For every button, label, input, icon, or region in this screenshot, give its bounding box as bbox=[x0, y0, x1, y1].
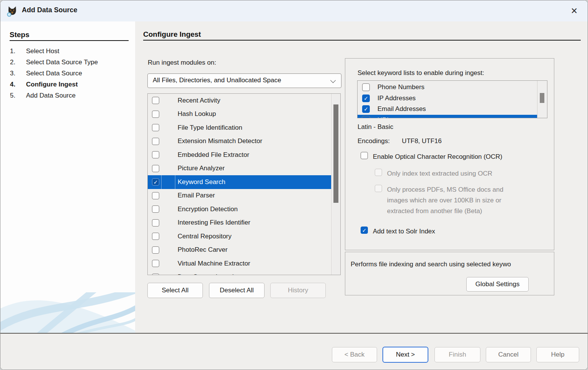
keyword-list-row[interactable]: ✓ Email Addresses bbox=[358, 104, 537, 115]
keyword-checkbox[interactable]: ✓ bbox=[362, 116, 370, 118]
footer-bar: < Back Next > Finish Cancel Help bbox=[0, 334, 588, 370]
module-row[interactable]: Email Parser bbox=[148, 189, 332, 203]
back-button[interactable]: < Back bbox=[332, 347, 377, 362]
keyword-checkbox[interactable]: ✓ bbox=[362, 95, 370, 102]
module-row[interactable]: Recent Activity bbox=[148, 94, 332, 108]
module-label: Extension Mismatch Detector bbox=[178, 137, 262, 145]
configure-ingest-pane: Configure Ingest Run ingest modules on: … bbox=[135, 21, 588, 334]
module-checkbox[interactable] bbox=[152, 246, 159, 254]
module-label: Data Source Integrity bbox=[178, 273, 239, 275]
module-row[interactable]: Encryption Detection bbox=[148, 202, 332, 216]
scrollbar-thumb[interactable] bbox=[333, 104, 338, 203]
module-row[interactable]: Virtual Machine Extractor bbox=[148, 257, 332, 271]
autopsy-app-icon bbox=[7, 5, 18, 17]
ocr-only-process-checkbox bbox=[375, 185, 382, 192]
module-row[interactable]: Picture Analyzer bbox=[148, 162, 332, 176]
keyword-list-scrollbar[interactable] bbox=[537, 81, 547, 118]
module-checkbox[interactable] bbox=[152, 219, 159, 227]
keyword-lists-label: Select keyword lists to enable during in… bbox=[358, 69, 484, 77]
dropdown-value: All Files, Directories, and Unallocated … bbox=[153, 77, 281, 84]
step-number: 4. bbox=[10, 81, 15, 88]
encodings-value: UTF8, UTF16 bbox=[402, 137, 442, 145]
help-button[interactable]: Help bbox=[536, 347, 579, 362]
step-number: 3. bbox=[10, 70, 15, 77]
enable-ocr-checkbox[interactable] bbox=[361, 152, 368, 159]
solr-index-row[interactable]: ✓ Add text to Solr Index bbox=[361, 226, 435, 237]
module-checkbox[interactable] bbox=[152, 233, 159, 240]
encodings-label: Encodings: bbox=[358, 137, 390, 145]
ocr-only-index-label: Only index text extracted using OCR bbox=[387, 168, 492, 179]
module-checkbox[interactable] bbox=[152, 97, 159, 104]
module-checkbox[interactable] bbox=[152, 274, 159, 275]
cell-divider bbox=[161, 175, 162, 189]
module-checkbox[interactable] bbox=[152, 151, 159, 158]
module-row[interactable]: Data Source Integrity bbox=[148, 271, 332, 275]
ocr-only-index-row: Only index text extracted using OCR bbox=[375, 168, 492, 179]
close-icon[interactable]: ✕ bbox=[568, 5, 581, 17]
keyword-list-row[interactable]: Phone Numbers bbox=[358, 82, 537, 93]
keyword-label: IP Addresses bbox=[377, 95, 416, 102]
enable-ocr-label: Enable Optical Character Recognition (OC… bbox=[373, 152, 502, 162]
global-settings-button[interactable]: Global Settings bbox=[466, 277, 529, 292]
wizard-step[interactable]: 2. Select Data Source Type bbox=[0, 59, 135, 70]
step-number: 1. bbox=[10, 47, 15, 55]
title-bar: Add Data Source ✕ bbox=[0, 0, 588, 21]
module-label: Hash Lookup bbox=[178, 110, 216, 118]
module-checkbox[interactable] bbox=[152, 192, 159, 199]
module-row[interactable]: Interesting Files Identifier bbox=[148, 216, 332, 230]
ocr-only-process-label: Only process PDFs, MS Office docs and im… bbox=[387, 184, 513, 217]
keyword-label: Phone Numbers bbox=[377, 83, 425, 91]
module-row[interactable]: Hash Lookup bbox=[148, 108, 332, 121]
module-description-panel: Performs file indexing and search using … bbox=[345, 252, 554, 295]
module-row[interactable]: Embedded File Extractor bbox=[148, 148, 332, 162]
module-label: Interesting Files Identifier bbox=[178, 219, 250, 227]
keyword-checkbox[interactable]: ✓ bbox=[362, 105, 370, 113]
module-checkbox[interactable] bbox=[152, 205, 159, 213]
module-label: Central Repository bbox=[178, 233, 232, 240]
module-checkbox[interactable]: ✓ bbox=[152, 178, 159, 186]
wizard-step[interactable]: 1. Select Host bbox=[0, 47, 135, 59]
cancel-button[interactable]: Cancel bbox=[486, 347, 531, 362]
module-checkbox[interactable] bbox=[152, 124, 159, 131]
ocr-only-process-row: Only process PDFs, MS Office docs and im… bbox=[375, 184, 513, 217]
next-button[interactable]: Next > bbox=[382, 347, 428, 363]
module-label: Picture Analyzer bbox=[178, 165, 225, 172]
steps-panel: Steps 1. Select Host 2. Select Data Sour… bbox=[0, 21, 135, 334]
module-label: Email Parser bbox=[178, 192, 215, 199]
keyword-label: Email Addresses bbox=[377, 105, 426, 113]
encodings-line: Encodings: UTF8, UTF16 bbox=[358, 137, 442, 145]
module-row[interactable]: Central Repository bbox=[148, 230, 332, 243]
module-checkbox[interactable] bbox=[152, 138, 159, 145]
module-label: File Type Identification bbox=[178, 124, 242, 132]
module-checkbox[interactable] bbox=[152, 111, 159, 118]
module-row[interactable]: PhotoRec Carver bbox=[148, 243, 332, 257]
module-row[interactable]: File Type Identification bbox=[148, 121, 332, 135]
run-ingest-label: Run ingest modules on: bbox=[148, 59, 216, 67]
pane-title: Configure Ingest bbox=[143, 30, 201, 39]
module-checkbox[interactable] bbox=[152, 260, 159, 267]
ingest-module-list: Recent Activity Hash Lookup File Type Id… bbox=[147, 93, 341, 275]
wizard-step[interactable]: 4. Configure Ingest bbox=[0, 81, 135, 92]
solr-index-checkbox[interactable]: ✓ bbox=[361, 227, 368, 234]
chevron-down-icon bbox=[330, 78, 336, 83]
deselect-all-button[interactable]: Deselect All bbox=[209, 283, 265, 298]
window-title: Add Data Source bbox=[22, 6, 77, 14]
keyword-list-row[interactable]: ✓ URLs bbox=[358, 115, 537, 118]
keyword-checkbox[interactable] bbox=[362, 83, 370, 91]
swoosh-watermark bbox=[0, 292, 135, 334]
module-row[interactable]: ✓ Keyword Search bbox=[148, 175, 332, 189]
history-button: History bbox=[270, 283, 326, 298]
scrollbar-thumb[interactable] bbox=[540, 93, 544, 103]
keyword-list-row[interactable]: ✓ IP Addresses bbox=[358, 93, 537, 104]
wizard-step[interactable]: 5. Add Data Source bbox=[0, 92, 135, 103]
module-list-scrollbar[interactable] bbox=[331, 94, 340, 275]
script-language-label: Latin - Basic bbox=[358, 123, 394, 131]
step-label: Add Data Source bbox=[26, 92, 75, 99]
select-all-button[interactable]: Select All bbox=[147, 283, 203, 298]
module-checkbox[interactable] bbox=[152, 165, 159, 172]
wizard-step[interactable]: 3. Select Data Source bbox=[0, 70, 135, 81]
ingest-scope-dropdown[interactable]: All Files, Directories, and Unallocated … bbox=[147, 73, 341, 88]
module-row[interactable]: Extension Mismatch Detector bbox=[148, 135, 332, 148]
enable-ocr-row[interactable]: Enable Optical Character Recognition (OC… bbox=[361, 152, 502, 162]
keyword-label: URLs bbox=[377, 116, 394, 118]
